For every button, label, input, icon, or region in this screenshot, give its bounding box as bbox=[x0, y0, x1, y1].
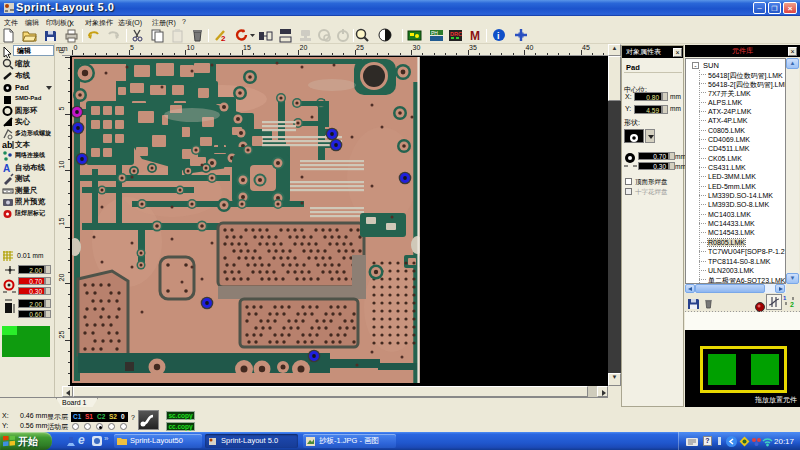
svg-text:1: 1 bbox=[783, 295, 787, 301]
svg-text:2: 2 bbox=[221, 34, 226, 43]
svg-text:M: M bbox=[470, 29, 480, 43]
svg-text:PH: PH bbox=[431, 30, 438, 36]
svg-text:A: A bbox=[3, 163, 10, 174]
svg-text:ab: ab bbox=[2, 140, 13, 150]
svg-text:2: 2 bbox=[790, 301, 794, 308]
svg-text:DRC: DRC bbox=[450, 31, 462, 37]
svg-text:i: i bbox=[497, 31, 500, 41]
